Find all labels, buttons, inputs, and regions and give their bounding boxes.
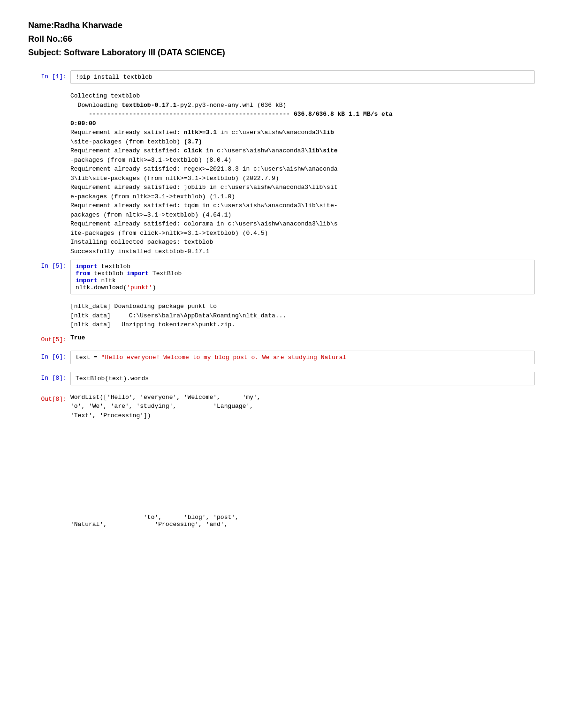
label-in1: In [1]: <box>28 70 70 80</box>
input-in1[interactable]: !pip install textblob <box>70 70 535 84</box>
cell-out5: Out[5]: True <box>28 333 535 343</box>
output-out5-val: True <box>70 333 535 343</box>
label-out8: Out[8]: <box>28 393 70 403</box>
label-in6: In [6]: <box>28 351 70 360</box>
output-nltk: [nltk_data] Downloading package punkt to… <box>28 302 535 330</box>
output-out8-text: WordList(['Hello', 'everyone', 'Welcome'… <box>70 393 535 420</box>
label-in8: In [8]: <box>28 372 70 382</box>
header-subject: Subject: Software Laboratory III (DATA S… <box>28 46 535 60</box>
bottom-output: 'to', 'blog', 'post', 'Natural', 'Proces… <box>28 514 535 528</box>
output-pip: Collecting textblob Downloading textblob… <box>28 91 535 256</box>
input-in5[interactable]: import textblob from textblob import Tex… <box>70 260 535 294</box>
cell-in8: In [8]: TextBlob(text).words <box>28 372 535 385</box>
label-out5: Out[5]: <box>28 333 70 343</box>
output-nltk-text: [nltk_data] Downloading package punkt to… <box>70 302 535 330</box>
cell-in5: In [5]: import textblob from textblob im… <box>28 260 535 294</box>
cell-out8: Out[8]: WordList(['Hello', 'everyone', '… <box>28 393 535 420</box>
input-in8[interactable]: TextBlob(text).words <box>70 372 535 385</box>
label-in5: In [5]: <box>28 260 70 270</box>
header-roll: Roll No.:66 <box>28 32 535 46</box>
cell-in1: In [1]: !pip install textblob <box>28 70 535 84</box>
header-name: Name:Radha Kharwade <box>28 19 535 32</box>
cell-in6: In [6]: text = "Hello everyone! Welcome … <box>28 351 535 364</box>
input-in6[interactable]: text = "Hello everyone! Welcome to my bl… <box>70 351 535 364</box>
bottom-output-text: 'to', 'blog', 'post', 'Natural', 'Proces… <box>70 514 535 528</box>
header: Name:Radha Kharwade Roll No.:66 Subject:… <box>28 19 535 59</box>
output-pip-text: Collecting textblob Downloading textblob… <box>70 91 535 256</box>
